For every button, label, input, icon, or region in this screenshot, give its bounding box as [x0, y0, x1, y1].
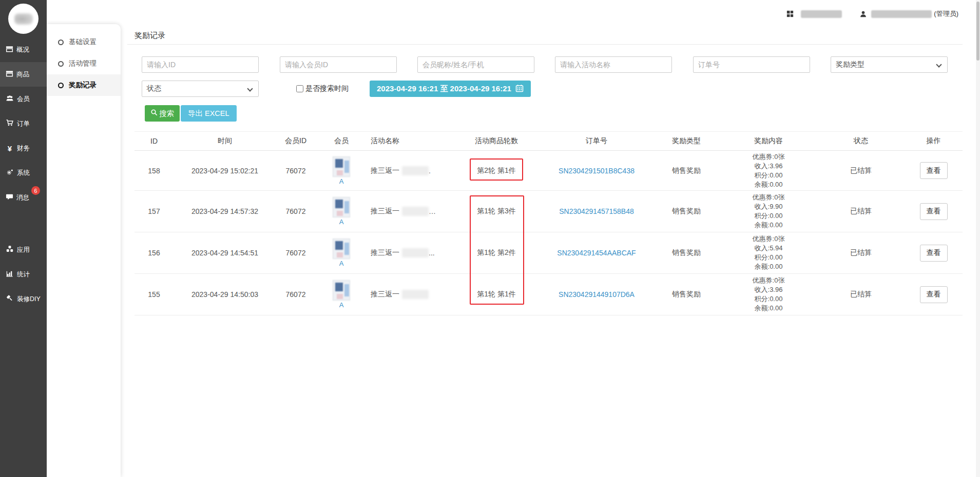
cell-reward: 优惠券:0张收入:3.96积分:0.00余额:0.00 [720, 276, 817, 313]
avatar[interactable] [8, 4, 39, 34]
export-excel-label: 导出 EXCEL [188, 109, 229, 118]
reward-line-coupon: 优惠券:0张 [753, 234, 785, 244]
cell-reward: 优惠券:0张收入:5.94积分:0.00余额:0.00 [720, 234, 817, 271]
reward-line-balance: 余额:0.00 [755, 262, 783, 271]
view-button[interactable]: 查看 [920, 245, 948, 262]
cell-member: A [315, 239, 368, 267]
cell-id: 157 [134, 207, 174, 215]
col-header-member: 会员 [315, 136, 368, 146]
cell-status: 已结算 [817, 207, 905, 216]
member-avatar-redacted [333, 239, 350, 259]
order-number-link[interactable]: SN2304291449107D6A [559, 290, 635, 299]
activity-name: 推三返一 [371, 166, 399, 175]
cell-status: 已结算 [817, 166, 905, 175]
sidebar-item-diy[interactable]: 装修DIY [0, 287, 47, 311]
sidebar-item-system[interactable]: 系统 [0, 161, 47, 185]
table-row: 157 2023-04-29 14:57:32 76072 A 推三返一… 第1… [134, 191, 963, 232]
search-button-label: 搜索 [159, 109, 174, 118]
search-button[interactable]: 搜索 [145, 105, 180, 122]
search-time-checkbox[interactable] [296, 85, 303, 92]
chevron-down-icon [936, 62, 941, 67]
member-letter: A [339, 260, 344, 267]
sidebar-item-label: 订单 [17, 120, 30, 128]
cell-round: 第1轮 第3件 [453, 207, 540, 216]
export-excel-button[interactable]: 导出 EXCEL [181, 105, 237, 122]
order-number-link[interactable]: SN2304291501B8C438 [559, 167, 635, 175]
activity-name-redacted [402, 248, 429, 257]
cell-reward-type: 销售奖励 [653, 248, 720, 257]
records-table: ID 时间 会员ID 会员 活动名称 活动商品轮数 订单号 奖励类型 奖励内容 … [134, 131, 963, 315]
submenu-item-activity-management[interactable]: 活动管理 [47, 53, 121, 74]
submenu-item-label: 活动管理 [69, 59, 97, 68]
stats-icon [6, 270, 14, 279]
messages-icon [6, 193, 13, 202]
cell-time: 2023-04-29 14:57:32 [174, 207, 276, 215]
member-id-input[interactable] [280, 56, 397, 73]
activity-name-redacted [402, 290, 429, 299]
order-number-link[interactable]: SN2304291457158B48 [559, 207, 634, 215]
view-button[interactable]: 查看 [920, 286, 948, 303]
sidebar-item-finance[interactable]: ¥ 财务 [0, 136, 47, 161]
cell-order: SN2304291454AABCAF [540, 249, 653, 257]
col-header-order: 订单号 [540, 136, 653, 146]
chevron-down-icon [247, 86, 253, 91]
admin-name-redacted [871, 10, 932, 18]
activity-name-redacted [402, 207, 429, 216]
submenu-item-basic-settings[interactable]: 基础设置 [47, 31, 121, 53]
date-range-button[interactable]: 2023-04-29 16:21 至 2023-04-29 16:21 [370, 81, 531, 97]
cell-action: 查看 [905, 286, 963, 303]
status-select-value: 状态 [147, 84, 161, 93]
reward-line-points: 积分:0.00 [755, 294, 783, 304]
grid-icon[interactable] [786, 10, 794, 17]
cell-time: 2023-04-29 15:02:21 [174, 167, 276, 175]
reward-type-select[interactable]: 奖励类型 [831, 56, 948, 73]
reward-line-coupon: 优惠券:0张 [753, 152, 785, 162]
date-range-text: 2023-04-29 16:21 至 2023-04-29 16:21 [377, 84, 511, 94]
cell-action: 查看 [905, 162, 963, 179]
reward-type-select-value: 奖励类型 [836, 60, 864, 69]
products-icon [6, 70, 13, 79]
user-icon[interactable] [859, 10, 867, 18]
app-window: (管理员) 概况 商品 会员 订单 ¥ 财务 系统 [0, 0, 980, 477]
sidebar-item-label: 系统 [17, 169, 30, 177]
status-select[interactable]: 状态 [142, 81, 259, 97]
scrollbar-thumb[interactable] [976, 2, 979, 61]
sidebar-item-messages[interactable]: 消息 6 [0, 185, 47, 210]
sidebar-item-apps[interactable]: 应用 [0, 237, 47, 262]
top-header-right: (管理员) [786, 0, 958, 28]
cell-reward: 优惠券:0张收入:9.90积分:0.00余额:0.00 [720, 193, 817, 230]
sidebar-item-orders[interactable]: 订单 [0, 111, 47, 136]
order-number-link[interactable]: SN2304291454AABCAF [557, 249, 636, 257]
id-input[interactable] [142, 56, 259, 73]
order-number-input[interactable] [693, 56, 810, 73]
cell-status: 已结算 [817, 290, 905, 299]
vertical-scrollbar[interactable] [976, 0, 980, 477]
view-button[interactable]: 查看 [920, 203, 948, 220]
sidebar-item-members[interactable]: 会员 [0, 87, 47, 111]
cell-id: 158 [134, 167, 174, 175]
calendar-icon [515, 84, 524, 94]
submenu-item-label: 基础设置 [69, 37, 97, 47]
view-button[interactable]: 查看 [920, 162, 948, 179]
col-header-reward: 奖励内容 [720, 136, 817, 146]
activity-suffix: … [429, 207, 436, 215]
col-header-round: 活动商品轮数 [453, 136, 540, 146]
activity-name-input[interactable] [555, 56, 672, 73]
system-icon [6, 168, 14, 177]
submenu-item-label: 奖励记录 [69, 81, 97, 90]
cell-status: 已结算 [817, 248, 905, 257]
submenu-item-reward-records[interactable]: 奖励记录 [47, 74, 121, 96]
cell-round: 第1轮 第1件 [453, 290, 540, 299]
sidebar-item-products[interactable]: 商品 [0, 62, 47, 87]
cell-member-id: 76072 [276, 249, 315, 257]
sidebar-item-overview[interactable]: 概况 [0, 37, 47, 62]
admin-role-label: (管理员) [934, 9, 958, 18]
sidebar-item-stats[interactable]: 统计 [0, 262, 47, 287]
cell-id: 155 [134, 290, 174, 299]
nickname-input[interactable] [417, 56, 534, 73]
finance-icon: ¥ [6, 144, 14, 153]
sidebar-item-label: 商品 [16, 70, 29, 79]
cell-member-id: 76072 [276, 290, 315, 299]
sidebar-item-label: 会员 [17, 95, 30, 104]
top-header-bar: (管理员) [0, 0, 980, 28]
